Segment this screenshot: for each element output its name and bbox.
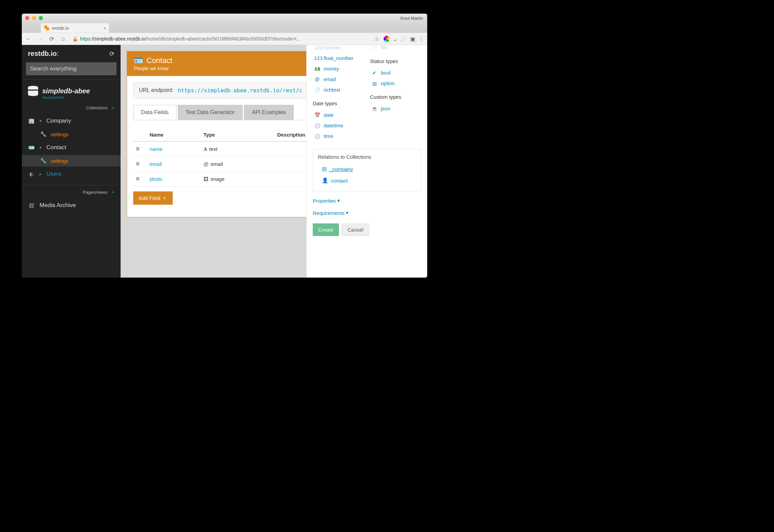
sidebar-item-label: Company [46,118,71,124]
text-type-icon: A [203,146,207,152]
type-option-money[interactable]: 💵money [313,63,364,74]
url-path: /home/db/simpledb-abee/cards/58108f66f46… [145,36,301,42]
minimize-window-button[interactable] [32,16,36,20]
logo[interactable]: restdb.io: [28,50,59,58]
image-type-icon: 🖼 [203,176,208,182]
add-collection-icon[interactable]: ＋ [110,104,116,111]
cancel-button[interactable]: Cancel [342,223,369,236]
favicon-icon [44,26,49,30]
clock-icon: 🕘 [314,134,320,139]
collection-icon: 👤 [322,177,328,184]
sidebar-item-company-settings[interactable]: 🔧 settings [22,128,121,140]
type-option-number[interactable]: 123number [313,45,364,53]
email-type-icon: @ [203,161,208,167]
building-icon: 🏢 [28,118,35,124]
database-header[interactable]: simpledb-abee development [22,80,121,101]
create-button[interactable]: Create [313,223,339,236]
settings-label: settings [51,131,68,137]
sidebar-item-contact-settings[interactable]: 🔧 settings [22,155,121,167]
drag-handle-icon[interactable]: ≡ [136,160,139,167]
type-option-datetime[interactable]: 🕘datetime [313,120,364,131]
back-button[interactable]: ← [24,34,33,44]
field-type-panel: 123number 123float_number 💵money @email … [306,45,427,278]
close-tab-icon[interactable]: × [103,25,106,31]
plus-icon: ＋ [162,195,167,201]
check-icon: ✔ [371,70,377,76]
type-option-richtext[interactable]: 📄richtext [313,84,364,95]
maximize-window-button[interactable] [39,16,43,20]
sidebar-item-company[interactable]: 🏢 ▾ Company [22,113,121,128]
sidebar-item-media-archive[interactable]: 🖼 Media Archive [22,198,121,213]
field-type: image [211,176,225,182]
search-input[interactable] [26,62,117,75]
extension-cast-icon[interactable]: ▣ [409,35,416,43]
col-name: Name [147,128,201,141]
bookmark-star-icon[interactable]: ☆ [372,34,382,44]
endpoint-url[interactable]: https://simpledb-abee.restdb.io/rest/c [178,87,303,94]
type-option-time[interactable]: 🕘time [313,131,364,141]
extensions: ⌄ ⋰ ▣ ⋮ [384,35,425,43]
clock-icon: 🕘 [314,123,320,128]
extension-rss-icon[interactable]: ⋰ [400,35,407,43]
profile-name[interactable]: Knut Martin [401,16,423,21]
sidebar-item-users[interactable]: ◐ ▸ Users [22,167,121,182]
caret-down-icon: ▾ [40,119,42,123]
file-icon: 📄 [371,45,377,50]
database-name: simpledb-abee [42,87,90,95]
id-card-icon: 🪪 [28,144,35,151]
tab-api-examples[interactable]: API Examples [244,105,294,120]
type-option-float-number[interactable]: 123float_number [313,53,364,63]
address-bar: ← → ⟳ ⌂ 🔒 https ://simpledb-abee.restdb.… [22,33,427,45]
window-titlebar: Knut Martin [22,14,427,22]
sidebar: restdb.io: ⟳ simpledb-abee development C… [22,45,121,278]
json-icon: ☕ [371,106,377,111]
forward-button[interactable]: → [35,34,45,44]
caret-down-icon: ▾ [346,210,349,216]
relations-title: Relations to Collections [318,154,416,160]
pages-section-header: Pages/views ＋ [22,185,121,198]
requirements-expander[interactable]: Requirements▾ [313,210,421,216]
sidebar-item-contact[interactable]: 🪪 ▾ Contact [22,140,121,155]
field-name-link[interactable]: name [150,146,162,152]
type-option-file[interactable]: 📄file [370,45,421,53]
date-types-heading: Date types [313,100,364,106]
settings-label: settings [51,158,68,164]
properties-expander[interactable]: Properties▾ [313,198,421,204]
type-option-option[interactable]: ▤option [370,78,421,89]
type-option-email[interactable]: @email [313,74,364,84]
browser-tab[interactable]: restdb.io × [41,23,109,33]
field-name-link[interactable]: email [150,161,162,167]
url-protocol: https [80,36,90,42]
wrench-icon: 🔧 [40,131,47,137]
url-field[interactable]: 🔒 https ://simpledb-abee.restdb.io /home… [70,36,370,42]
extension-pocket-icon[interactable]: ⌄ [391,35,399,43]
reload-button[interactable]: ⟳ [47,34,57,44]
relation-contact[interactable]: 👤contact [318,175,416,186]
extension-colorwheel-icon[interactable] [384,36,390,42]
field-name-link[interactable]: photo [150,176,162,182]
tab-title: restdb.io [52,26,69,31]
database-icon [28,86,38,96]
tab-test-data-generator[interactable]: Test Data Generator [178,105,243,120]
home-button[interactable]: ⌂ [59,34,68,44]
type-option-json[interactable]: ☕json [370,103,421,114]
caret-right-icon: ▸ [40,172,42,176]
wrench-icon: 🔧 [40,158,47,164]
user-icon: ◐ [28,171,35,177]
relation-company[interactable]: ▤_company [318,163,416,175]
type-option-date[interactable]: 📅date [313,110,364,120]
menu-icon[interactable]: ⋮ [418,35,425,43]
drag-handle-icon[interactable]: ≡ [136,175,139,182]
drag-handle-icon[interactable]: ≡ [136,145,139,152]
type-option-bool[interactable]: ✔bool [370,67,421,78]
field-type: email [211,161,223,167]
refresh-icon[interactable]: ⟳ [109,50,114,58]
tab-data-fields[interactable]: Data Fields [133,105,176,120]
document-icon: 📄 [314,87,320,93]
add-field-button[interactable]: Add Field＋ [133,191,173,205]
add-page-icon[interactable]: ＋ [110,189,116,196]
close-window-button[interactable] [25,16,29,20]
sidebar-item-label: Contact [46,144,66,151]
window-controls [25,16,43,20]
id-card-icon: 🪪 [134,56,143,65]
